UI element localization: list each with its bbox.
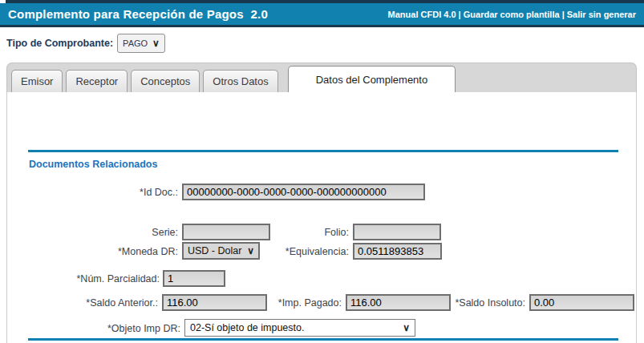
header-bottom-strip	[0, 25, 644, 27]
link-guardar-plantilla[interactable]: Guardar como plantilla	[464, 10, 560, 19]
tab-receptor[interactable]: Receptor	[66, 70, 128, 92]
header-bar: Complemento para Recepción de Pagos 2.0 …	[0, 3, 644, 25]
tipo-comprobante-select[interactable]: PAGO ∨	[117, 34, 165, 53]
payment-complement-page: Complemento para Recepción de Pagos 2.0 …	[0, 0, 644, 343]
chevron-down-icon: ∨	[403, 323, 410, 333]
tipo-comprobante-value: PAGO	[123, 38, 148, 48]
divider	[28, 338, 618, 341]
header-links: Manual CFDI 4.0 | Guardar como plantilla…	[388, 10, 636, 19]
link-manual-cfdi[interactable]: Manual CFDI 4.0	[388, 10, 456, 19]
tipo-comprobante-row: Tipo de Comprobante: PAGO ∨	[6, 34, 165, 53]
saldo-anterior-input[interactable]	[162, 294, 267, 311]
serie-input[interactable]	[182, 224, 270, 240]
imp-pagado-label: *Imp. Pagado:	[261, 297, 342, 309]
folio-input[interactable]	[353, 224, 441, 240]
saldo-insoluto-input[interactable]	[529, 294, 634, 311]
objeto-imp-dr-select[interactable]: 02-Sí objeto de impuesto. ∨	[184, 319, 415, 337]
equivalencia-input[interactable]	[353, 243, 442, 260]
header: Complemento para Recepción de Pagos 2.0 …	[0, 0, 644, 27]
tab-conceptos[interactable]: Conceptos	[131, 70, 200, 92]
link-separator: |	[456, 10, 464, 19]
main-box: Emisor Receptor Conceptos Otros Datos Da…	[6, 63, 637, 343]
tab-datos-del-complemento[interactable]: Datos del Complemento	[288, 66, 456, 92]
moneda-dr-value: USD - Dolar	[188, 245, 241, 256]
tab-otros-datos[interactable]: Otros Datos	[203, 70, 277, 92]
folio-label: Folio:	[269, 227, 349, 238]
tab-strip: Emisor Receptor Conceptos Otros Datos Da…	[6, 63, 637, 92]
link-salir-sin-generar[interactable]: Salir sin generar	[567, 10, 636, 19]
saldo-insoluto-label: *Saldo Insoluto:	[445, 297, 525, 309]
saldo-anterior-label: *Saldo Anterior.:	[7, 297, 158, 309]
id-doc-input[interactable]	[182, 184, 425, 200]
chevron-down-icon: ∨	[152, 38, 160, 48]
serie-label: Serie:	[18, 227, 178, 238]
imp-pagado-input[interactable]	[346, 294, 451, 311]
divider	[28, 150, 618, 152]
moneda-dr-select[interactable]: USD - Dolar ∨	[182, 242, 260, 260]
section-title: Documentos Relacionados	[29, 159, 157, 170]
objeto-imp-dr-label: *Objeto Imp DR:	[20, 323, 180, 334]
objeto-imp-dr-value: 02-Sí objeto de impuesto.	[190, 322, 304, 333]
link-separator: |	[560, 10, 567, 19]
moneda-dr-label: *Moneda DR:	[18, 246, 178, 257]
tab-content: Documentos Relacionados *Id Doc.: Serie:…	[6, 92, 637, 343]
id-doc-label: *Id Doc.:	[18, 187, 178, 198]
equivalencia-label: *Equivalencia:	[269, 246, 349, 257]
page-title: Complemento para Recepción de Pagos 2.0	[8, 7, 268, 21]
tab-emisor[interactable]: Emisor	[11, 70, 63, 92]
chevron-down-icon: ∨	[247, 246, 254, 256]
num-parcialidad-input[interactable]	[163, 270, 225, 287]
num-parcialidad-label: *Núm. Parcialidad:	[7, 273, 160, 284]
tipo-comprobante-label: Tipo de Comprobante:	[6, 38, 113, 49]
